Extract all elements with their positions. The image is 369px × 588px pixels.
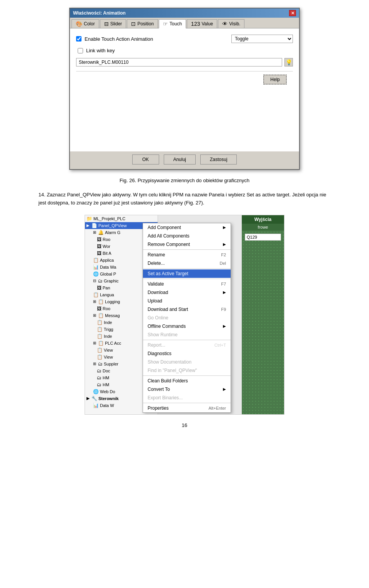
cancel-button[interactable]: Anuluj — [164, 154, 196, 164]
separator6 — [143, 403, 231, 403]
visib-icon: 👁 — [222, 21, 228, 27]
page-number: 16 — [15, 422, 354, 428]
help-area: Help — [76, 71, 293, 88]
menu-properties[interactable]: Properties Alt+Enter — [143, 404, 231, 412]
dialog-body: Enable Touch Action Animation Toggle Set… — [70, 28, 299, 151]
menu-upload[interactable]: Upload — [143, 297, 231, 305]
menu-set-active-target[interactable]: Set as Active Target — [143, 269, 231, 278]
menu-go-online: Go Online — [143, 314, 231, 322]
tree-root: 📁 ML_Projekt_PLC — [85, 215, 158, 222]
tab-position[interactable]: ⊡ Position — [127, 19, 158, 28]
menu-download[interactable]: Download ▶ — [143, 288, 231, 297]
value-icon: 123 — [191, 21, 200, 27]
right-panel-subheader: frowe — [242, 224, 284, 231]
dialog-window: Właściwości: Animation ✕ 🎨 Color ⊟ Slide… — [69, 8, 300, 170]
menu-export-binaries: Export Binaries... — [143, 394, 231, 402]
menu-diagnostics[interactable]: Diagnostics — [143, 349, 231, 358]
dialog-action-bar: OK Anuluj Zastosuj — [70, 151, 299, 169]
tab-touch[interactable]: ☞ Touch — [159, 19, 186, 28]
right-panel: Wyjścia frowe — [242, 215, 284, 414]
separator1 — [143, 249, 231, 250]
touch-icon: ☞ — [163, 21, 168, 27]
color-icon: 🎨 — [76, 21, 82, 27]
paragraph1: 14. Zaznacz Panel_QPView jako aktywny. W… — [38, 191, 331, 207]
menu-delete[interactable]: Delete... Del — [143, 259, 231, 267]
tab-slider[interactable]: ⊟ Slider — [100, 19, 126, 28]
menu-validate[interactable]: Validate F7 — [143, 280, 231, 288]
menu-convert-to[interactable]: Convert To ▶ — [143, 385, 231, 394]
paragraph1-text: 14. Zaznacz Panel_QPView jako aktywny. W… — [38, 192, 326, 206]
toggle-dropdown[interactable]: Toggle Set Reset — [231, 35, 293, 43]
tab-visib[interactable]: 👁 Visib. — [218, 19, 244, 28]
link-with-key-checkbox[interactable] — [78, 48, 83, 53]
fig-text: Przypisywanie zmiennych do obiektów graf… — [138, 178, 249, 183]
context-menu-screenshot: 📁 ML_Projekt_PLC ▶ 📄 Panel_QPView ⊞ 🔔 Al… — [85, 215, 284, 415]
enable-touch-checkbox[interactable] — [76, 36, 81, 42]
figure-caption: Fig. 26. Przypisywanie zmiennych do obie… — [15, 178, 354, 183]
link-with-key-label: Link with key — [86, 48, 115, 53]
right-panel-header: Wyjścia — [242, 215, 284, 224]
dialog-titlebar: Właściwości: Animation ✕ — [70, 8, 299, 18]
page-wrapper: Właściwości: Animation ✕ 🎨 Color ⊟ Slide… — [0, 0, 369, 436]
tab-value[interactable]: 123 Value — [187, 19, 217, 28]
link-with-key-row: Link with key — [78, 48, 293, 53]
menu-offline-commands[interactable]: Offline Commands ▶ — [143, 322, 231, 331]
menu-remove-component[interactable]: Remove Component ▶ — [143, 240, 231, 249]
menu-download-start[interactable]: Download and Start F9 — [143, 305, 231, 314]
tab-color[interactable]: 🎨 Color — [71, 19, 99, 28]
help-button[interactable]: Help — [263, 75, 287, 85]
right-panel-body — [242, 231, 284, 244]
ok-button[interactable]: OK — [132, 154, 159, 164]
menu-rename[interactable]: Rename F2 — [143, 251, 231, 259]
context-menu: Add Component ▶ Add All Components Remov… — [143, 223, 231, 413]
browse-button[interactable]: 💡 — [284, 58, 293, 66]
menu-report: Report... Ctrl+T — [143, 341, 231, 349]
dropdown-container: Toggle Set Reset — [231, 35, 293, 43]
apply-button[interactable]: Zastosuj — [200, 154, 237, 164]
menu-clean-build[interactable]: Clean Build Folders — [143, 377, 231, 385]
screenshot-bg: 📁 ML_Projekt_PLC ▶ 📄 Panel_QPView ⊞ 🔔 Al… — [85, 215, 284, 414]
context-menu-container: 📁 ML_Projekt_PLC ▶ 📄 Panel_QPView ⊞ 🔔 Al… — [15, 215, 354, 415]
separator5 — [143, 375, 231, 376]
separator2 — [143, 268, 231, 269]
dialog-tabs: 🎨 Color ⊟ Slider ⊡ Position ☞ Touch 123 — [70, 18, 299, 28]
slider-icon: ⊟ — [104, 21, 109, 27]
menu-find-in-panel: Find in "Panel_QPView" — [143, 366, 231, 375]
separator3 — [143, 279, 231, 279]
fig-number: Fig. 26. — [120, 178, 136, 183]
enable-touch-label: Enable Touch Action Animation — [85, 36, 153, 42]
menu-show-documentation: Show Documentation — [143, 358, 231, 366]
dialog-title: Właściwości: Animation — [73, 10, 126, 16]
menu-add-all-components[interactable]: Add All Components — [143, 232, 231, 240]
separator4 — [143, 340, 231, 340]
menu-add-component[interactable]: Add Component ▶ — [143, 223, 231, 232]
address-input[interactable] — [76, 58, 282, 66]
right-panel-input[interactable] — [245, 234, 281, 241]
address-input-row: 💡 — [76, 58, 293, 66]
menu-show-runtime: Show Runtime — [143, 331, 231, 339]
dialog-container: Właściwości: Animation ✕ 🎨 Color ⊟ Slide… — [15, 8, 354, 170]
close-button[interactable]: ✕ — [289, 10, 296, 16]
position-icon: ⊡ — [131, 21, 136, 27]
enable-touch-row: Enable Touch Action Animation Toggle Set… — [76, 35, 293, 43]
